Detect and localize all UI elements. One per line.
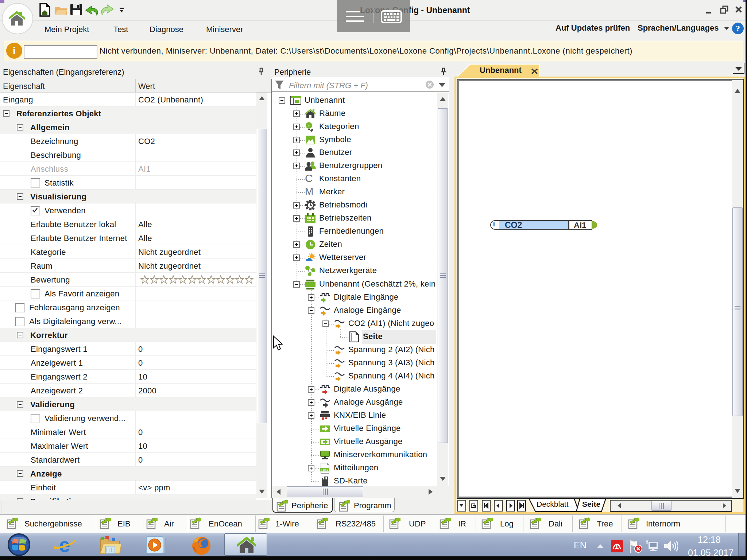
svg-text:LOG: LOG <box>321 468 328 472</box>
